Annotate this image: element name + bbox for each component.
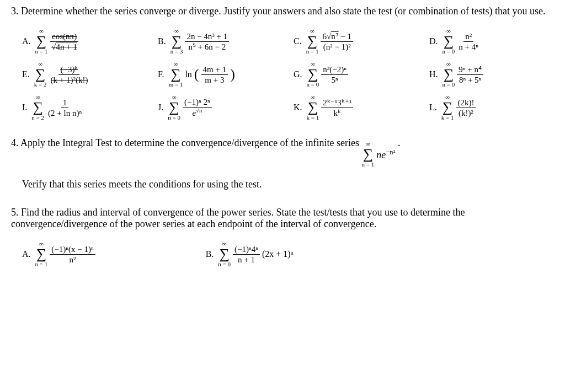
q3-item-D: D. ∞ ∑ n = 0 n² n + 4ⁿ: [429, 28, 554, 55]
question-3: 3. Determine whether the series converge…: [11, 6, 554, 121]
q3-A-frac: cos(nπ) √4n + 1: [50, 31, 79, 52]
sigma-icon: ∞ ∑ n = 1: [306, 28, 319, 55]
sigma-icon: ∞ ∑ k = 1: [441, 94, 454, 121]
q3-number: 3.: [11, 6, 19, 17]
q3-item-C: C. ∞ ∑ n = 1 6√n⁷ − 1 (n² − 1)²: [294, 28, 418, 55]
q3-G-label: G.: [294, 69, 302, 79]
q3-item-B: B. ∞ ∑ n = 3 2n − 4n³ + 1 n⁵ + 6n − 2: [158, 28, 282, 55]
sigma-icon: ∞ ∑ n = 2: [31, 94, 44, 121]
q3-item-L: L. ∞ ∑ k = 1 (2k)! (k!)²: [429, 94, 554, 121]
q3-item-G: G. ∞ ∑ n = 0 n³(−2)ⁿ 5ⁿ: [294, 61, 418, 88]
q5-item-A: A. ∞ ∑ n = 1 (−1)ⁿ(x − 1)ⁿ n²: [22, 241, 95, 267]
q4-body-b: Verify that this series meets the condit…: [22, 179, 554, 190]
q5-item-B: B. ∞ ∑ n = 0 (−1)ⁿ4ⁿ n + 1 (2x + 1)ⁿ: [206, 241, 294, 267]
q3-L-label: L.: [429, 103, 437, 112]
sigma-icon: ∞ ∑ n = 0: [168, 94, 180, 121]
q3-subproblems: A. ∞ ∑ n = 1 cos(nπ) √4n + 1 B. ∞ ∑: [22, 28, 554, 121]
sigma-icon: ∞ ∑ n = 0: [218, 241, 231, 267]
q4-body-a: Apply the Integral Test to determine the…: [20, 137, 362, 148]
q3-E-label: E.: [22, 69, 30, 79]
question-4: 4. Apply the Integral Test to determine …: [11, 137, 554, 190]
q5-B-label: B.: [206, 249, 214, 259]
question-3-text: 3. Determine whether the series converge…: [11, 6, 554, 17]
sigma-icon: ∞ ∑ k = 1: [307, 94, 319, 121]
q3-item-I: I. ∞ ∑ n = 2 1 (2 + ln n)ⁿ: [22, 94, 147, 121]
sigma-icon: ∞ ∑ n = 0: [443, 28, 455, 55]
q3-I-label: I.: [22, 103, 27, 112]
q5-text: 5. Find the radius and interval of conve…: [11, 207, 554, 230]
q3-H-label: H.: [429, 69, 438, 79]
q3-J-label: J.: [158, 103, 163, 112]
q3-item-K: K. ∞ ∑ k = 1 2ᵏ⁻¹3ᵏ⁺¹ kᵏ: [294, 94, 418, 121]
q3-A-label: A.: [22, 36, 31, 46]
question-5: 5. Find the radius and interval of conve…: [11, 207, 554, 267]
sigma-icon: ∞ ∑ n = 0: [307, 61, 319, 88]
q5-A-label: A.: [22, 249, 31, 259]
q3-K-label: K.: [294, 103, 302, 112]
sigma-icon: ∞ ∑ k = 2: [34, 61, 47, 88]
q5-number: 5.: [11, 207, 19, 218]
q3-body: Determine whether the series converge or…: [21, 6, 546, 17]
q3-item-A: A. ∞ ∑ n = 1 cos(nπ) √4n + 1: [22, 28, 147, 55]
sigma-icon: ∞ ∑ n = 3: [170, 28, 183, 55]
q4-number: 4.: [11, 137, 19, 148]
q4-text: 4. Apply the Integral Test to determine …: [11, 137, 554, 168]
sigma-icon: ∞ ∑ n = 1: [35, 241, 48, 267]
q5-subproblems: A. ∞ ∑ n = 1 (−1)ⁿ(x − 1)ⁿ n² B. ∞ ∑: [22, 241, 554, 267]
q3-C-label: C.: [294, 36, 302, 46]
q3-item-J: J. ∞ ∑ n = 0 (−1)ⁿ 2ⁿ e√n: [158, 94, 282, 121]
sigma-icon: ∞ ∑ m = 1: [169, 61, 183, 88]
q3-item-E: E. ∞ ∑ k = 2 (−3)ᵏ (k + 1)²(k!): [22, 61, 147, 88]
q3-B-label: B.: [158, 36, 166, 46]
sigma-icon: ∞ ∑ n = 0: [443, 61, 455, 88]
q3-D-label: D.: [429, 36, 438, 46]
sigma-icon: ∞ ∑ n = 1: [362, 141, 375, 168]
q5-body: Find the radius and interval of converge…: [11, 207, 465, 229]
q3-F-label: F.: [158, 69, 164, 79]
q3-item-F: F. ∞ ∑ m = 1 ln ( 4m + 1 m + 3 ): [158, 61, 282, 88]
sigma-icon: ∞ ∑ n = 1: [35, 28, 48, 55]
q3-item-H: H. ∞ ∑ n = 0 9ⁿ + n⁴ 8ⁿ + 5ⁿ: [429, 61, 554, 88]
